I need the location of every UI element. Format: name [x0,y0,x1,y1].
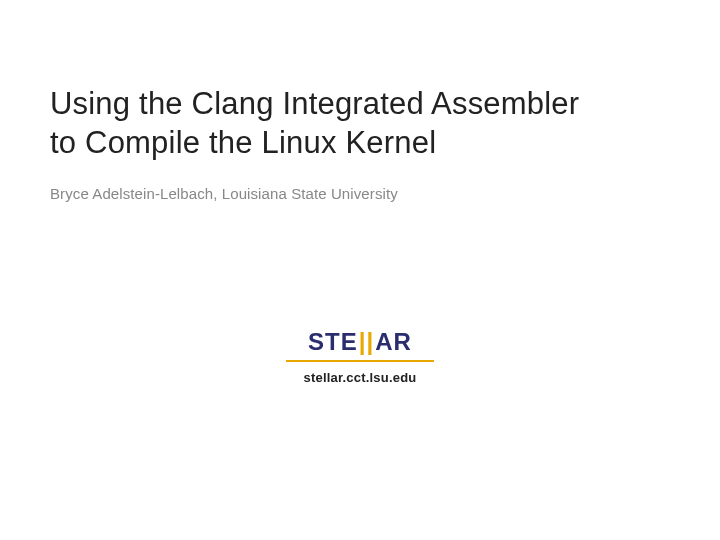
logo-underline [286,360,434,362]
slide-title: Using the Clang Integrated Assembler to … [50,85,670,163]
title-line-2: to Compile the Linux Kernel [50,125,436,160]
logo-url: stellar.cct.lsu.edu [286,370,434,385]
title-line-1: Using the Clang Integrated Assembler [50,86,579,121]
logo-part-ar: AR [375,328,412,356]
logo-pipes: || [358,328,375,356]
logo-text: STE||AR [286,328,434,356]
stellar-logo: STE||AR stellar.cct.lsu.edu [286,328,434,385]
slide-container: Using the Clang Integrated Assembler to … [0,0,720,540]
logo-part-ste: STE [308,328,358,356]
slide-author: Bryce Adelstein-Lelbach, Louisiana State… [50,185,670,202]
